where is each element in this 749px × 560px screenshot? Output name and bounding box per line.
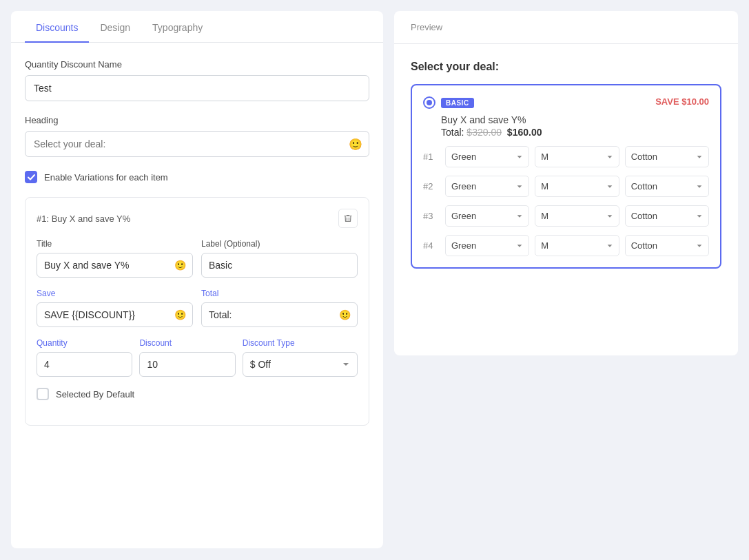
tab-discounts[interactable]: Discounts (25, 11, 89, 43)
left-panel: Discounts Design Typography Quantity Dis… (11, 11, 383, 548)
title-input[interactable] (37, 253, 193, 278)
deal-total-prefix: Total: (441, 127, 464, 138)
variation-material-1[interactable]: Cotton (625, 146, 709, 167)
variation-size-2[interactable]: M (535, 176, 619, 197)
radio-inner (427, 100, 432, 105)
selected-by-default-checkbox[interactable] (37, 388, 49, 400)
delete-discount-button[interactable] (338, 209, 358, 228)
label-optional-field-label: Label (Optional) (201, 239, 358, 249)
save-emoji-icon[interactable]: 🙂 (174, 309, 186, 320)
save-input[interactable] (37, 302, 193, 327)
total-emoji-icon[interactable]: 🙂 (339, 309, 351, 320)
discount-field-label: Discount (139, 338, 235, 348)
discount-card-title: #1: Buy X and save Y% (37, 214, 130, 224)
variation-color-3[interactable]: Green (445, 205, 529, 227)
preview-label: Preview (411, 22, 442, 32)
emoji-icon[interactable]: 🙂 (349, 138, 362, 151)
select-deal-title: Select your deal: (411, 61, 721, 73)
tab-design[interactable]: Design (89, 11, 141, 43)
variation-material-4[interactable]: Cotton (625, 235, 709, 256)
variation-num-4: #4 (423, 240, 440, 251)
deal-total-row: Total: $320.00 $160.00 (441, 127, 709, 138)
deal-original-price: $320.00 (466, 127, 502, 138)
variation-row-2: #2 Green M Cotton (423, 176, 709, 197)
deal-description: Buy X and save Y% (441, 114, 709, 125)
variation-row-1: #1 Green M Cotton (423, 146, 709, 167)
discount-input[interactable] (139, 352, 235, 377)
deal-card: BASIC SAVE $10.00 Buy X and save Y% Tota… (411, 84, 721, 269)
deal-discounted-price: $160.00 (507, 127, 542, 138)
quantity-discount-name-input[interactable] (25, 75, 369, 101)
discount-type-select[interactable]: $ Off % Off Fixed Price (243, 352, 358, 377)
variation-color-1[interactable]: Green (445, 146, 529, 167)
title-field-label: Title (37, 239, 193, 249)
quantity-field-label: Quantity (37, 338, 132, 348)
variation-num-1: #1 (423, 152, 440, 162)
deal-save-text: SAVE $10.00 (655, 96, 709, 107)
total-input[interactable] (201, 302, 358, 327)
variation-size-3[interactable]: M (535, 205, 619, 227)
right-panel: Preview Select your deal: BASIC SAVE $10… (394, 11, 738, 355)
title-emoji-icon[interactable]: 🙂 (174, 260, 186, 271)
variation-color-2[interactable]: Green (445, 176, 529, 197)
deal-badge: BASIC (441, 98, 474, 108)
variation-material-2[interactable]: Cotton (625, 176, 709, 197)
label-optional-input[interactable] (201, 253, 358, 278)
quantity-discount-name-label: Quantity Discount Name (25, 59, 369, 70)
heading-label: Heading (25, 115, 369, 125)
quantity-input[interactable] (37, 352, 132, 377)
variation-color-4[interactable]: Green (445, 235, 529, 256)
selected-by-default-row: Selected By Default (37, 388, 358, 400)
total-field-label: Total (201, 289, 358, 298)
tabs-bar: Discounts Design Typography (11, 11, 383, 43)
variation-size-1[interactable]: M (535, 146, 619, 167)
heading-input[interactable] (25, 131, 369, 157)
variation-row-4: #4 Green M Cotton (423, 235, 709, 256)
preview-header: Preview (394, 11, 738, 44)
deal-radio[interactable] (423, 96, 435, 109)
variation-num-2: #2 (423, 181, 440, 191)
discount-card: #1: Buy X and save Y% Title 🙂 (25, 197, 369, 426)
enable-variations-row: Enable Variations for each item (25, 171, 369, 183)
variations-list: #1 Green M Cotton #2 (423, 146, 709, 256)
enable-variations-checkbox[interactable] (25, 171, 37, 183)
selected-by-default-label: Selected By Default (56, 389, 134, 400)
variation-material-3[interactable]: Cotton (625, 205, 709, 227)
tab-typography[interactable]: Typography (141, 11, 214, 43)
enable-variations-label: Enable Variations for each item (44, 172, 168, 183)
variation-size-4[interactable]: M (535, 235, 619, 256)
discount-type-field-label: Discount Type (243, 338, 358, 348)
save-field-label: Save (37, 289, 193, 298)
variation-num-3: #3 (423, 211, 440, 221)
variation-row-3: #3 Green M Cotton (423, 205, 709, 227)
